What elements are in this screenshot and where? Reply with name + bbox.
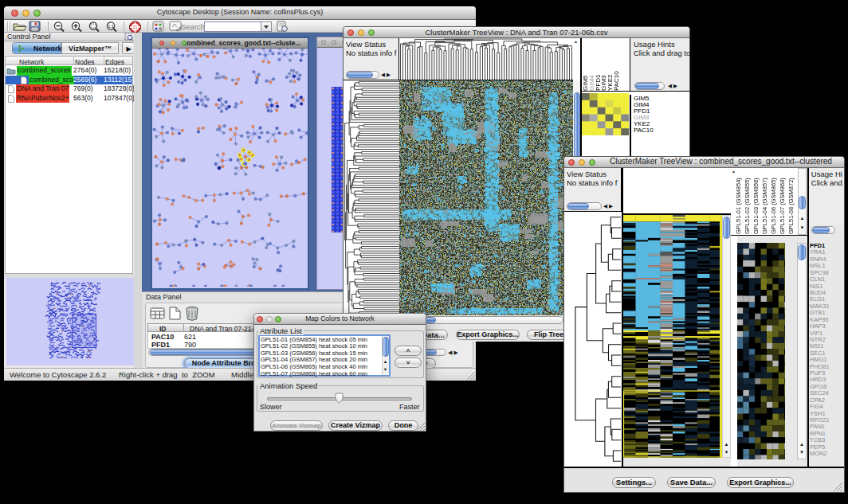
svg-text:1:1: 1:1 <box>108 23 114 28</box>
